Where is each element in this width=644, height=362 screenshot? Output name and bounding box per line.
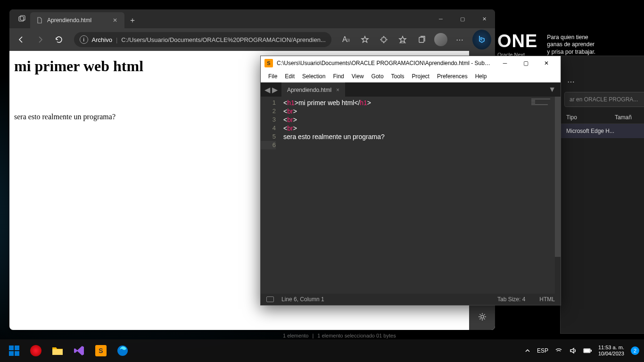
menu-help[interactable]: Help bbox=[471, 70, 491, 82]
new-tab-button[interactable]: ＋ bbox=[124, 12, 140, 28]
explorer-file-row[interactable]: Microsoft Edge H... bbox=[561, 124, 644, 138]
code-line-5[interactable]: sera esto realmente un programa? bbox=[283, 132, 561, 141]
explorer-window[interactable]: ─ ▢ ✕ ⋯ ar en ORACLE PROGRA... Tipo Tama… bbox=[560, 56, 644, 334]
sublime-title: C:\Users\Usuario\Documents\ORACLE PROGRA… bbox=[277, 60, 491, 66]
site-info-icon[interactable]: i bbox=[80, 35, 88, 44]
battery-icon[interactable] bbox=[583, 348, 592, 354]
maximize-button[interactable]: ▢ bbox=[515, 56, 536, 70]
tab-close-icon[interactable]: × bbox=[336, 87, 339, 93]
menu-button[interactable]: ⋯ bbox=[452, 31, 468, 48]
minimize-button[interactable]: ─ bbox=[430, 9, 452, 28]
code-area[interactable]: <h1>mi primer web html</h1><br><br><br>s… bbox=[281, 97, 561, 294]
menu-selection[interactable]: Selection bbox=[298, 70, 329, 82]
code-line-3[interactable]: <br> bbox=[283, 115, 561, 124]
tab-title: Aprendiendo.html bbox=[47, 17, 91, 24]
sublime-statusbar: Line 6, Column 1 Tab Size: 4 HTML bbox=[261, 294, 561, 305]
tab-close-button[interactable]: ✕ bbox=[111, 16, 119, 24]
explorer-search-input[interactable]: ar en ORACLE PROGRA... bbox=[564, 92, 644, 107]
extensions-icon[interactable] bbox=[376, 31, 392, 48]
tab-dropdown-icon[interactable]: ▼ bbox=[544, 82, 561, 97]
explorer-toolbar[interactable]: ⋯ bbox=[561, 71, 644, 92]
tab-next-icon[interactable]: ▶ bbox=[272, 85, 278, 94]
taskbar-pinned: S bbox=[5, 341, 132, 360]
explorer-titlebar[interactable]: ─ ▢ ✕ bbox=[561, 56, 644, 71]
browser-tab[interactable]: Aprendiendo.html ✕ bbox=[30, 12, 124, 28]
sublime-logo-icon: S bbox=[264, 59, 273, 67]
language-indicator[interactable]: ESP bbox=[537, 347, 548, 354]
close-button[interactable]: ✕ bbox=[536, 56, 557, 70]
browser-titlebar[interactable]: Aprendiendo.html ✕ ＋ ─ ▢ ✕ bbox=[9, 9, 495, 28]
menu-tools[interactable]: Tools bbox=[388, 70, 408, 82]
refresh-button[interactable] bbox=[51, 31, 67, 48]
menu-goto[interactable]: Goto bbox=[368, 70, 388, 82]
svg-rect-11 bbox=[52, 349, 63, 355]
menu-edit[interactable]: Edit bbox=[281, 70, 298, 82]
notification-badge[interactable]: 2 bbox=[631, 346, 639, 355]
taskbar-clock[interactable]: 11:53 a. m. 10/04/2023 bbox=[598, 345, 624, 357]
sublime-tab[interactable]: Aprendiendo.html × bbox=[281, 82, 345, 97]
scroll-thumb[interactable] bbox=[555, 97, 561, 257]
column-size[interactable]: Tamañ bbox=[615, 114, 632, 121]
window-controls: ─ ▢ ✕ bbox=[430, 9, 495, 28]
column-type[interactable]: Tipo bbox=[566, 114, 577, 121]
address-bar[interactable]: i Archivo | C:/Users/Usuario/Documents/O… bbox=[74, 32, 331, 47]
bing-chat-button[interactable] bbox=[472, 30, 491, 49]
file-explorer-icon[interactable] bbox=[48, 341, 67, 360]
svg-rect-8 bbox=[15, 346, 19, 350]
minimize-button[interactable]: ─ bbox=[495, 56, 515, 70]
start-button[interactable] bbox=[5, 341, 24, 360]
sublime-text-icon[interactable]: S bbox=[91, 341, 110, 360]
tab-actions-button[interactable] bbox=[13, 9, 30, 28]
menu-file[interactable]: File bbox=[264, 70, 281, 82]
windows-taskbar[interactable]: S ESP 11:53 a. m. 10/04/2023 2 bbox=[0, 339, 644, 362]
browser-toolbar: i Archivo | C:/Users/Usuario/Documents/O… bbox=[9, 28, 495, 51]
forward-button[interactable] bbox=[32, 31, 48, 48]
sublime-tabbar: ◀ ▶ Aprendiendo.html × ▼ bbox=[261, 82, 561, 97]
more-icon[interactable]: ⋯ bbox=[567, 77, 575, 86]
sublime-editor[interactable]: 123456 <h1>mi primer web html</h1><br><b… bbox=[261, 97, 561, 294]
wifi-icon[interactable] bbox=[555, 347, 562, 354]
minimap[interactable] bbox=[531, 99, 555, 117]
tab-prev-icon[interactable]: ◀ bbox=[264, 85, 270, 94]
menu-project[interactable]: Project bbox=[408, 70, 433, 82]
status-tabsize[interactable]: Tab Size: 4 bbox=[497, 296, 525, 303]
settings-icon[interactable] bbox=[475, 309, 490, 324]
favorites-bar-icon[interactable] bbox=[395, 31, 411, 48]
tab-nav-arrows[interactable]: ◀ ▶ bbox=[261, 82, 281, 97]
tray-chevron-icon[interactable] bbox=[525, 348, 530, 354]
sublime-window-controls: ─ ▢ ✕ bbox=[495, 56, 557, 70]
read-aloud-icon[interactable]: A)) bbox=[338, 31, 354, 48]
sublime-menubar: FileEditSelectionFindViewGotoToolsProjec… bbox=[261, 70, 561, 82]
back-button[interactable] bbox=[13, 31, 29, 48]
edge-icon[interactable] bbox=[113, 341, 132, 360]
menu-find[interactable]: Find bbox=[329, 70, 347, 82]
menu-view[interactable]: View bbox=[348, 70, 368, 82]
sublime-titlebar[interactable]: S C:\Users\Usuario\Documents\ORACLE PROG… bbox=[261, 56, 561, 70]
profile-avatar[interactable] bbox=[433, 31, 449, 48]
code-line-2[interactable]: <br> bbox=[283, 107, 561, 115]
scrollbar[interactable] bbox=[555, 97, 561, 294]
close-button[interactable]: ✕ bbox=[473, 9, 495, 28]
status-syntax[interactable]: HTML bbox=[539, 296, 555, 303]
status-position: Line 6, Column 1 bbox=[281, 296, 324, 303]
svg-rect-9 bbox=[9, 351, 14, 356]
sublime-text-window[interactable]: S C:\Users\Usuario\Documents\ORACLE PROG… bbox=[260, 56, 561, 305]
volume-icon[interactable] bbox=[569, 347, 577, 354]
one-tagline: Para quien tiene ganas de aprender y pri… bbox=[547, 34, 595, 56]
maximize-button[interactable]: ▢ bbox=[452, 9, 473, 28]
favorite-icon[interactable] bbox=[357, 31, 373, 48]
code-line-1[interactable]: <h1>mi primer web html</h1> bbox=[283, 99, 561, 107]
visual-studio-icon[interactable] bbox=[70, 341, 89, 360]
collections-icon[interactable] bbox=[414, 31, 430, 48]
opera-icon[interactable] bbox=[26, 341, 45, 360]
file-icon bbox=[36, 16, 43, 24]
svg-rect-7 bbox=[9, 346, 14, 350]
line-gutter: 123456 bbox=[261, 97, 281, 294]
explorer-column-headers[interactable]: Tipo Tamañ bbox=[561, 111, 644, 124]
explorer-statusbar: 1 elemento | 1 elemento seleccionado 01 … bbox=[283, 333, 396, 338]
code-line-4[interactable]: <br> bbox=[283, 124, 561, 132]
svg-rect-10 bbox=[15, 351, 19, 356]
system-tray: ESP 11:53 a. m. 10/04/2023 2 bbox=[525, 345, 639, 357]
panel-icon[interactable] bbox=[266, 296, 274, 302]
menu-preferences[interactable]: Preferences bbox=[433, 70, 471, 82]
